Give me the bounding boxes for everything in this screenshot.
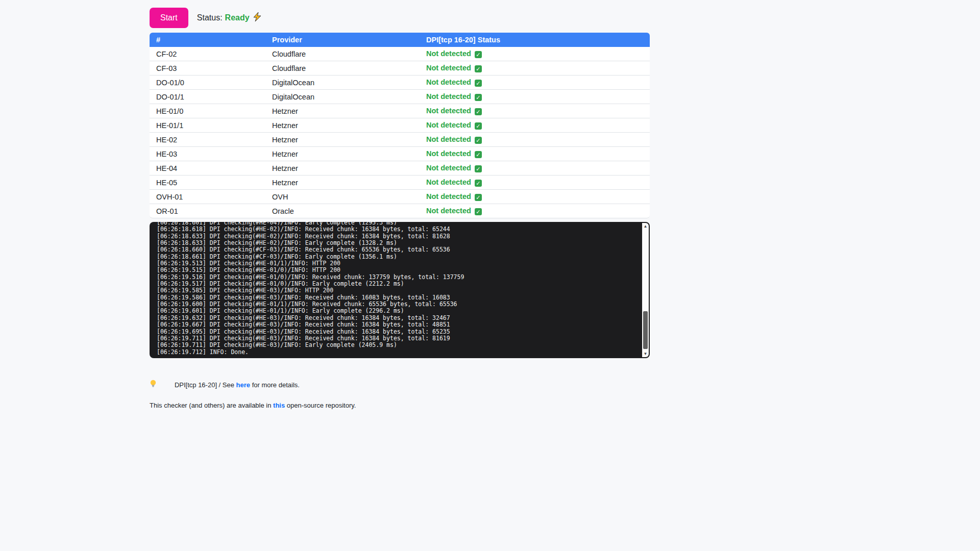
cell-provider: Cloudflare	[265, 61, 420, 76]
table-row: HE-03HetznerNot detected✓	[150, 147, 650, 161]
check-icon: ✓	[475, 165, 482, 172]
cell-status: Not detected✓	[420, 76, 650, 90]
cell-provider: DigitalOcean	[265, 90, 420, 104]
status-text: Not detected	[426, 178, 471, 186]
table-row: CF-03CloudflareNot detected✓	[150, 61, 650, 76]
cell-provider: DigitalOcean	[265, 76, 420, 90]
scroll-up-icon[interactable]: ▲	[642, 223, 649, 230]
footer-text-2b: open-source repository.	[287, 402, 356, 409]
check-icon: ✓	[475, 108, 482, 115]
footer-text-2a: This checker (and others) are available …	[150, 402, 271, 409]
status-label: Status:	[197, 13, 223, 22]
cell-status: Not detected✓	[420, 176, 650, 190]
details-link[interactable]: here	[236, 381, 250, 389]
status-text: Not detected	[426, 207, 471, 215]
cell-id: HE-01/0	[150, 104, 265, 118]
status-text: Not detected	[426, 107, 471, 115]
cell-id: DO-01/1	[150, 90, 265, 104]
table-row: HE-04HetznerNot detected✓	[150, 161, 650, 176]
cell-provider: Hetzner	[265, 176, 420, 190]
check-icon: ✓	[475, 194, 482, 201]
footer-line-2: This checker (and others) are available …	[150, 400, 650, 411]
table-row: CF-02CloudflareNot detected✓	[150, 47, 650, 61]
cell-status: Not detected✓	[420, 61, 650, 76]
column-header-status: DPI[tcp 16-20] Status	[420, 33, 650, 47]
check-icon: ✓	[475, 122, 482, 130]
table-row: HE-02HetznerNot detected✓	[150, 133, 650, 147]
footer-text-1a: DPI[tcp 16-20] / See	[175, 381, 234, 389]
column-header-id: #	[150, 33, 265, 47]
start-button[interactable]: Start	[150, 8, 188, 28]
controls-bar: Start Status: Ready	[150, 8, 650, 28]
cell-status: Not detected✓	[420, 90, 650, 104]
log-text: [06:26:18.601] DPI checking(#HE-04)/INFO…	[150, 222, 650, 356]
cell-id: HE-05	[150, 176, 265, 190]
cell-provider: Hetzner	[265, 161, 420, 176]
table-row: HE-05HetznerNot detected✓	[150, 176, 650, 190]
status-text: Not detected	[426, 92, 471, 101]
cell-status: Not detected✓	[420, 161, 650, 176]
check-icon: ✓	[475, 137, 482, 144]
status-line: Status: Ready	[197, 12, 262, 23]
column-header-provider: Provider	[265, 33, 420, 47]
table-row: OR-01OracleNot detected✓	[150, 204, 650, 218]
scroll-down-icon[interactable]: ▼	[642, 350, 649, 357]
status-text: Not detected	[426, 64, 471, 72]
cell-provider: Oracle	[265, 204, 420, 218]
check-icon: ✓	[475, 94, 482, 101]
check-icon: ✓	[475, 51, 482, 58]
lightbulb-icon	[150, 380, 157, 391]
status-text: Not detected	[426, 192, 471, 201]
table-row: DO-01/1DigitalOceanNot detected✓	[150, 90, 650, 104]
cell-id: OVH-01	[150, 190, 265, 204]
scrollbar-thumb[interactable]	[643, 311, 648, 349]
table-row: HE-01/1HetznerNot detected✓	[150, 118, 650, 133]
cell-status: Not detected✓	[420, 147, 650, 161]
cell-id: HE-01/1	[150, 118, 265, 133]
cell-id: OR-01	[150, 204, 265, 218]
status-text: Not detected	[426, 121, 471, 129]
cell-status: Not detected✓	[420, 47, 650, 61]
cell-id: CF-03	[150, 61, 265, 76]
cell-id: HE-04	[150, 161, 265, 176]
cell-provider: Hetzner	[265, 147, 420, 161]
cell-provider: Hetzner	[265, 104, 420, 118]
cell-provider: OVH	[265, 190, 420, 204]
status-text: Not detected	[426, 164, 471, 172]
footer-line-1: DPI[tcp 16-20] / See here for more detai…	[150, 370, 650, 400]
lightning-icon	[253, 12, 262, 23]
results-table: # Provider DPI[tcp 16-20] Status CF-02Cl…	[150, 33, 650, 218]
footer: DPI[tcp 16-20] / See here for more detai…	[150, 370, 650, 411]
status-text: Not detected	[426, 149, 471, 158]
table-row: DO-01/0DigitalOceanNot detected✓	[150, 76, 650, 90]
cell-id: DO-01/0	[150, 76, 265, 90]
status-text: Not detected	[426, 49, 471, 58]
table-row: OVH-01OVHNot detected✓	[150, 190, 650, 204]
terminal-scrollbar[interactable]: ▲ ▼	[642, 223, 649, 357]
table-row: HE-01/0HetznerNot detected✓	[150, 104, 650, 118]
app-container: Start Status: Ready # Provider DPI[tcp 1…	[150, 8, 650, 411]
results-table-header: # Provider DPI[tcp 16-20] Status	[150, 33, 650, 47]
cell-status: Not detected✓	[420, 104, 650, 118]
check-icon: ✓	[475, 65, 482, 72]
cell-provider: Hetzner	[265, 133, 420, 147]
cell-status: Not detected✓	[420, 190, 650, 204]
cell-status: Not detected✓	[420, 118, 650, 133]
status-value: Ready	[225, 13, 250, 22]
results-table-body: CF-02CloudflareNot detected✓CF-03Cloudfl…	[150, 47, 650, 218]
status-text: Not detected	[426, 135, 471, 143]
cell-id: HE-02	[150, 133, 265, 147]
cell-status: Not detected✓	[420, 133, 650, 147]
check-icon: ✓	[475, 80, 482, 87]
cell-id: CF-02	[150, 47, 265, 61]
cell-status: Not detected✓	[420, 204, 650, 218]
log-terminal[interactable]: [06:26:18.601] DPI checking(#HE-04)/INFO…	[150, 222, 650, 358]
cell-provider: Cloudflare	[265, 47, 420, 61]
footer-text-1b: for more details.	[252, 381, 300, 389]
cell-provider: Hetzner	[265, 118, 420, 133]
check-icon: ✓	[475, 208, 482, 215]
status-text: Not detected	[426, 78, 471, 86]
cell-id: HE-03	[150, 147, 265, 161]
repository-link[interactable]: this	[273, 402, 285, 409]
check-icon: ✓	[475, 180, 482, 187]
